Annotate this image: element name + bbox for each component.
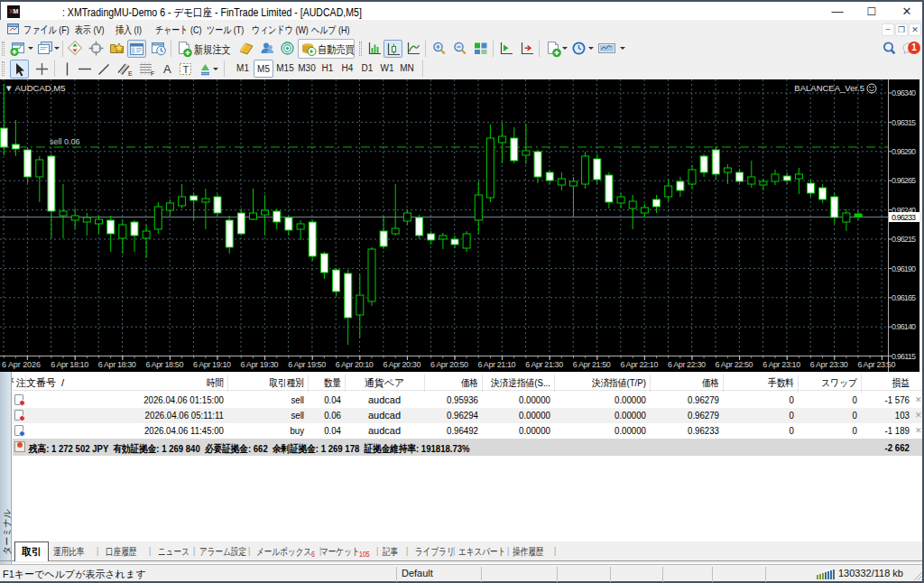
svg-text:6 Apr 23:50: 6 Apr 23:50 bbox=[857, 360, 895, 369]
svg-text:6 Apr 18:50: 6 Apr 18:50 bbox=[145, 360, 183, 369]
svg-text:6 Apr 20:10: 6 Apr 20:10 bbox=[336, 360, 374, 369]
svg-text:sell 0.06: sell 0.06 bbox=[50, 137, 80, 146]
svg-text:F: F bbox=[151, 70, 154, 77]
svg-text:A: A bbox=[163, 62, 171, 76]
svg-text:6 Apr 19:30: 6 Apr 19:30 bbox=[241, 360, 279, 369]
svg-text:6 Apr 18:30: 6 Apr 18:30 bbox=[98, 360, 136, 369]
svg-text:6 Apr 20:30: 6 Apr 20:30 bbox=[383, 360, 420, 369]
svg-text:0.96290: 0.96290 bbox=[892, 147, 916, 156]
svg-text:6 Apr 20:50: 6 Apr 20:50 bbox=[430, 360, 468, 369]
svg-text:E: E bbox=[128, 70, 133, 77]
svg-text:6 Apr 23:30: 6 Apr 23:30 bbox=[810, 360, 848, 369]
svg-text:0.96215: 0.96215 bbox=[892, 235, 916, 244]
svg-text:6 Apr 22:30: 6 Apr 22:30 bbox=[668, 360, 706, 369]
svg-text:0.96340: 0.96340 bbox=[892, 88, 916, 97]
svg-text:6 Apr 23:10: 6 Apr 23:10 bbox=[762, 360, 800, 369]
svg-text:6 Apr 2026: 6 Apr 2026 bbox=[2, 360, 41, 369]
svg-text:BALANCEA_Ver.5: BALANCEA_Ver.5 bbox=[794, 83, 864, 93]
svg-text:0.96190: 0.96190 bbox=[892, 264, 916, 273]
svg-text:0.96140: 0.96140 bbox=[892, 322, 916, 331]
svg-text:0.96165: 0.96165 bbox=[892, 293, 916, 302]
svg-text:6 Apr 21:30: 6 Apr 21:30 bbox=[525, 360, 563, 369]
svg-text:6 Apr 21:10: 6 Apr 21:10 bbox=[478, 360, 516, 369]
svg-text:6 Apr 22:50: 6 Apr 22:50 bbox=[716, 360, 753, 369]
svg-text:▼ AUDCAD,M5: ▼ AUDCAD,M5 bbox=[5, 83, 65, 93]
svg-text:0.96315: 0.96315 bbox=[892, 118, 916, 127]
svg-text:6 Apr 21:50: 6 Apr 21:50 bbox=[573, 360, 611, 369]
svg-text:T: T bbox=[183, 64, 189, 75]
svg-text:0.96265: 0.96265 bbox=[892, 176, 916, 185]
svg-text:6 Apr 18:10: 6 Apr 18:10 bbox=[51, 360, 88, 369]
svg-text:0.96233: 0.96233 bbox=[892, 213, 916, 222]
svg-text:6 Apr 22:10: 6 Apr 22:10 bbox=[620, 360, 658, 369]
svg-text:6 Apr 19:10: 6 Apr 19:10 bbox=[193, 360, 231, 369]
svg-text:6 Apr 19:50: 6 Apr 19:50 bbox=[288, 360, 326, 369]
